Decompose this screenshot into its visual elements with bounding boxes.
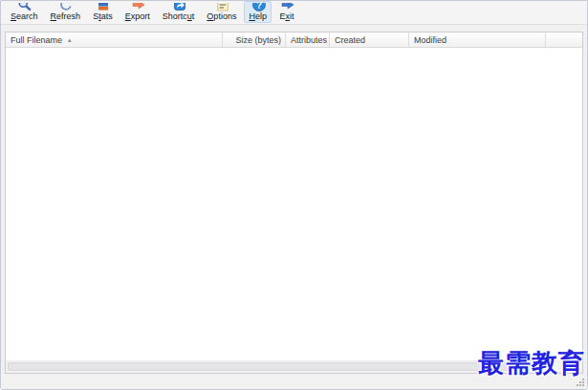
column-header-filler [546,32,582,47]
list-header-row: Full Filename▴Size (bytes)AttributesCrea… [6,32,582,48]
toolbar-button-label: Stats [93,11,113,22]
column-header-label: Size (bytes) [235,35,281,45]
column-header-label: Attributes [291,35,327,45]
resize-grip-icon[interactable] [575,377,584,386]
stats-icon [95,3,110,11]
toolbar-button-help[interactable]: ?Help [244,1,272,23]
toolbar-button-label: Refresh [51,11,81,22]
toolbar-button-label: Options [207,11,236,22]
column-header-modified[interactable]: Modified [409,32,546,47]
toolbar-button-label: Export [125,11,150,22]
search-icon [16,3,32,11]
toolbar-button-shortcut[interactable]: Shortcut [158,1,200,23]
options-icon [214,3,229,11]
column-header-label: Full Filename [11,35,62,45]
refresh-icon [57,3,73,11]
hscrollbar-thumb[interactable] [8,362,529,371]
file-list-body[interactable] [6,48,582,360]
toolbar-button-stats[interactable]: Stats [88,1,118,23]
column-header-filename[interactable]: Full Filename▴ [6,32,223,47]
column-header-size[interactable]: Size (bytes) [223,32,286,47]
toolbar-button-search[interactable]: Search [6,1,43,23]
toolbar-button-label: Shortcut [163,11,195,22]
toolbar-gap [1,25,587,32]
column-header-label: Modified [414,35,446,45]
svg-text:?: ? [256,3,262,11]
exit-icon [279,3,294,11]
hscrollbar-track[interactable] [6,360,582,373]
column-header-attributes[interactable]: Attributes [286,32,330,47]
toolbar-button-refresh[interactable]: Refresh [46,1,86,23]
shortcut-icon [171,3,186,11]
sort-ascending-icon: ▴ [68,36,72,43]
column-header-label: Created [335,35,365,45]
status-bar [1,375,587,389]
app-window: SearchRefreshStatsExportShortcutOptions?… [0,0,588,390]
help-icon: ? [250,3,266,11]
export-icon [130,3,145,11]
toolbar: SearchRefreshStatsExportShortcutOptions?… [1,1,587,25]
toolbar-button-label: Search [11,11,38,22]
toolbar-button-options[interactable]: Options [202,1,241,23]
toolbar-button-label: Exit [279,11,294,22]
file-list-view: Full Filename▴Size (bytes)AttributesCrea… [5,32,583,374]
toolbar-button-exit[interactable]: Exit [274,1,299,23]
toolbar-button-export[interactable]: Export [120,1,155,23]
column-header-created[interactable]: Created [330,32,409,47]
toolbar-button-label: Help [249,11,267,22]
